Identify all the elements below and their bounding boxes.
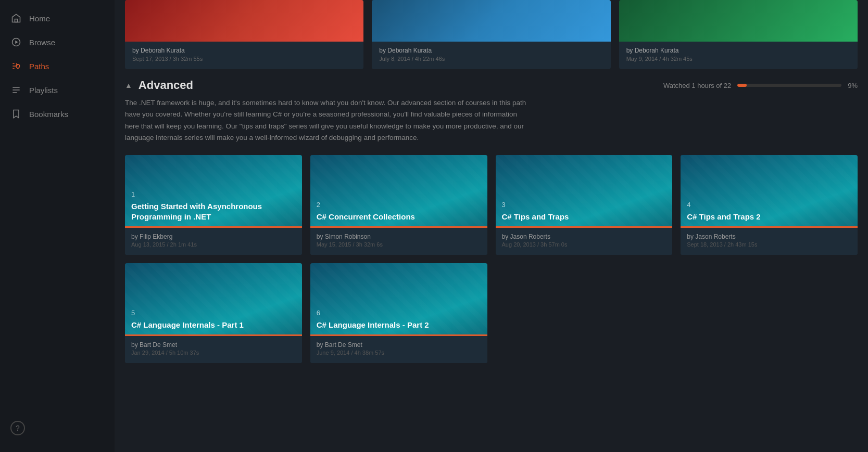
tile-info-6: by Bart De Smet June 9, 2014 / 4h 38m 57…: [310, 336, 487, 363]
sidebar-item-browse-label: Browse: [29, 38, 55, 47]
advanced-section-header: ▲ Advanced Watched 1 hours of 22 9%: [125, 69, 858, 97]
tile-author-3: by Jason Roberts: [502, 233, 666, 240]
card-info-1: by Deborah Kurata Sept 17, 2013 / 3h 32m…: [125, 42, 363, 69]
sidebar-item-home-label: Home: [29, 14, 50, 23]
card-author-1: by Deborah Kurata: [132, 47, 356, 54]
sidebar-bottom: ?: [0, 410, 115, 446]
bookmarks-icon: [10, 108, 22, 120]
advanced-description: The .NET framework is huge, and it's som…: [125, 97, 531, 144]
top-card-3[interactable]: by Deborah Kurata May 9, 2014 / 4h 32m 4…: [619, 0, 858, 69]
tile-author-2: by Simon Robinson: [317, 233, 481, 240]
sidebar-item-playlists-label: Playlists: [29, 86, 58, 95]
top-card-1[interactable]: by Deborah Kurata Sept 17, 2013 / 3h 32m…: [125, 0, 363, 69]
card-meta-1: Sept 17, 2013 / 3h 32m 55s: [132, 56, 356, 62]
sidebar-item-playlists[interactable]: Playlists: [0, 78, 115, 102]
card-author-3: by Deborah Kurata: [626, 47, 850, 54]
tile-meta-1: Aug 13, 2015 / 2h 1m 41s: [131, 241, 296, 248]
tile-author-1: by Filip Ekberg: [131, 233, 296, 240]
tile-info-1: by Filip Ekberg Aug 13, 2015 / 2h 1m 41s: [125, 228, 302, 255]
tile-thumb-2: 2 C# Concurrent Collections: [310, 155, 487, 228]
browse-icon: [10, 36, 22, 48]
tile-thumb-1: 1 Getting Started with Asynchronous Prog…: [125, 155, 302, 228]
playlists-icon: [10, 84, 22, 96]
section-progress: Watched 1 hours of 22 9%: [663, 82, 858, 89]
card-author-2: by Deborah Kurata: [379, 47, 603, 54]
tile-thumb-3: 3 C# Tips and Traps: [496, 155, 673, 228]
sidebar-item-home[interactable]: Home: [0, 6, 115, 30]
tile-meta-2: May 15, 2015 / 3h 32m 6s: [317, 241, 481, 248]
advanced-section-title: Advanced: [139, 79, 193, 92]
card-thumbnail-1: [125, 0, 363, 42]
course-tile-4[interactable]: 4 C# Tips and Traps 2 by Jason Roberts S…: [681, 155, 858, 255]
courses-row-2: 5 C# Language Internals - Part 1 by Bart…: [125, 263, 858, 363]
svg-marker-2: [15, 41, 18, 44]
help-icon: ?: [16, 424, 20, 432]
tile-info-2: by Simon Robinson May 15, 2015 / 3h 32m …: [310, 228, 487, 255]
help-button[interactable]: ?: [10, 421, 25, 435]
progress-bar-fill: [737, 84, 747, 87]
card-info-2: by Deborah Kurata July 8, 2014 / 4h 22m …: [372, 42, 610, 69]
svg-rect-0: [15, 19, 18, 22]
sidebar-item-bookmarks-label: Bookmarks: [29, 110, 68, 119]
tile-thumb-6: 6 C# Language Internals - Part 2: [310, 263, 487, 336]
paths-icon: [10, 60, 22, 72]
main-content: by Deborah Kurata Sept 17, 2013 / 3h 32m…: [115, 0, 868, 452]
home-icon: [10, 12, 22, 24]
sidebar: Home Browse Paths Playl: [0, 0, 115, 452]
sidebar-item-paths[interactable]: Paths: [0, 54, 115, 78]
course-tile-5[interactable]: 5 C# Language Internals - Part 1 by Bart…: [125, 263, 302, 363]
watched-label: Watched 1 hours of 22: [663, 82, 731, 89]
tile-author-4: by Jason Roberts: [687, 233, 851, 240]
progress-bar: [737, 84, 841, 87]
top-card-2[interactable]: by Deborah Kurata July 8, 2014 / 4h 22m …: [372, 0, 610, 69]
sidebar-item-paths-label: Paths: [29, 62, 49, 71]
tile-thumb-4: 4 C# Tips and Traps 2: [681, 155, 858, 228]
tile-meta-5: Jan 29, 2014 / 5h 10m 37s: [131, 350, 296, 356]
course-tile-6[interactable]: 6 C# Language Internals - Part 2 by Bart…: [310, 263, 487, 363]
tile-author-5: by Bart De Smet: [131, 341, 296, 348]
card-info-3: by Deborah Kurata May 9, 2014 / 4h 32m 4…: [619, 42, 858, 69]
card-meta-3: May 9, 2014 / 4h 32m 45s: [626, 56, 850, 62]
course-tile-3[interactable]: 3 C# Tips and Traps by Jason Roberts Aug…: [496, 155, 673, 255]
course-tile-1[interactable]: 1 Getting Started with Asynchronous Prog…: [125, 155, 302, 255]
top-cards-row: by Deborah Kurata Sept 17, 2013 / 3h 32m…: [125, 0, 858, 69]
card-thumbnail-2: [372, 0, 610, 42]
tile-meta-6: June 9, 2014 / 4h 38m 57s: [317, 350, 481, 356]
tile-author-6: by Bart De Smet: [317, 341, 481, 348]
tile-meta-3: Aug 20, 2013 / 3h 57m 0s: [502, 241, 666, 248]
courses-row-1: 1 Getting Started with Asynchronous Prog…: [125, 155, 858, 255]
card-thumbnail-3: [619, 0, 858, 42]
tile-info-5: by Bart De Smet Jan 29, 2014 / 5h 10m 37…: [125, 336, 302, 363]
tile-meta-4: Sept 18, 2013 / 2h 43m 15s: [687, 241, 851, 248]
sidebar-item-bookmarks[interactable]: Bookmarks: [0, 102, 115, 126]
sidebar-item-browse[interactable]: Browse: [0, 30, 115, 54]
card-meta-2: July 8, 2014 / 4h 22m 46s: [379, 56, 603, 62]
tile-info-3: by Jason Roberts Aug 20, 2013 / 3h 57m 0…: [496, 228, 673, 255]
tile-thumb-5: 5 C# Language Internals - Part 1: [125, 263, 302, 336]
course-tile-2[interactable]: 2 C# Concurrent Collections by Simon Rob…: [310, 155, 487, 255]
progress-percentage: 9%: [848, 82, 858, 89]
tile-info-4: by Jason Roberts Sept 18, 2013 / 2h 43m …: [681, 228, 858, 255]
chevron-up-icon[interactable]: ▲: [125, 81, 132, 89]
